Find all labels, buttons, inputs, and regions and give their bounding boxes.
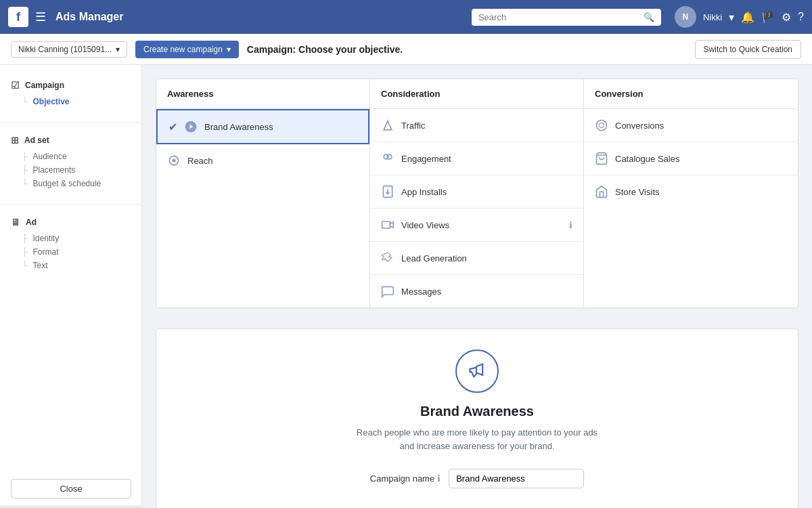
account-selector[interactable]: Nikki Canning (1015091... ▾ xyxy=(11,41,127,58)
search-bar: 🔍 xyxy=(472,9,661,26)
sidebar-ad-section: 🖥 Ad ├ Identity ├ Format └ Text xyxy=(0,213,141,272)
campaign-name-label: Campaign name ℹ xyxy=(370,473,441,484)
tree-line-icon: ├ xyxy=(22,165,28,175)
hamburger-icon[interactable]: ☰ xyxy=(35,9,46,24)
campaign-icon: ☑ xyxy=(11,80,20,91)
ad-icon: 🖥 xyxy=(11,217,20,228)
svg-rect-7 xyxy=(382,221,390,228)
info-icon[interactable]: ℹ xyxy=(569,220,572,230)
traffic-item[interactable]: Traffic xyxy=(370,109,583,142)
help-icon[interactable]: ? xyxy=(798,11,804,23)
detail-icon-circle xyxy=(455,350,499,393)
sidebar-format-item[interactable]: ├ Format xyxy=(0,245,141,259)
avatar[interactable]: N xyxy=(675,6,696,28)
nav-right: N Nikki ▾ 🔔 🏴 ⚙ ? xyxy=(675,6,804,28)
chevron-down-icon: ▾ xyxy=(116,45,120,54)
notifications-icon[interactable]: 🔔 xyxy=(741,11,754,24)
conversions-item[interactable]: Conversions xyxy=(584,109,798,142)
brand-awareness-item[interactable]: ✔ Brand Awareness xyxy=(156,109,369,144)
switch-quick-creation-button[interactable]: Switch to Quick Creation xyxy=(695,40,801,59)
store-visits-label: Store Visits xyxy=(615,187,660,197)
sidebar-placements-item[interactable]: ├ Placements xyxy=(0,163,141,177)
chevron-down-icon[interactable]: ▾ xyxy=(729,11,734,24)
sidebar-budget-item[interactable]: └ Budget & schedule xyxy=(0,177,141,190)
create-campaign-button[interactable]: Create new campaign ▾ xyxy=(135,41,239,58)
engagement-icon xyxy=(381,152,394,165)
svg-point-8 xyxy=(597,121,607,131)
sidebar-audience-item[interactable]: ├ Audience xyxy=(0,150,141,163)
search-icon: 🔍 xyxy=(644,12,654,22)
reach-item[interactable]: Reach xyxy=(156,144,369,177)
store-visits-icon xyxy=(595,185,608,198)
info-icon[interactable]: ℹ xyxy=(437,473,441,484)
sidebar-adset-section: ⊞ Ad set ├ Audience ├ Placements └ Budge… xyxy=(0,131,141,190)
subheader: Nikki Canning (1015091... ▾ Create new c… xyxy=(0,34,812,65)
messages-label: Messages xyxy=(401,287,441,297)
sidebar-audience-label: Audience xyxy=(33,152,67,161)
create-label: Create new campaign xyxy=(143,45,223,54)
detail-title: Brand Awareness xyxy=(170,404,784,419)
chevron-down-icon: ▾ xyxy=(227,45,231,54)
megaphone-icon xyxy=(468,362,487,381)
close-button[interactable]: Close xyxy=(11,479,131,499)
sidebar-format-label: Format xyxy=(33,247,59,257)
svg-point-9 xyxy=(600,123,604,128)
app-installs-icon xyxy=(381,185,394,198)
video-views-icon xyxy=(381,218,394,232)
sidebar-ad-label: Ad xyxy=(26,217,37,227)
conversions-icon xyxy=(595,119,608,132)
sidebar-campaign-item: ☑ Campaign xyxy=(0,76,141,95)
adset-icon: ⊞ xyxy=(11,135,19,146)
conversions-label: Conversions xyxy=(615,121,664,131)
selected-detail-panel: Brand Awareness Reach people who are mor… xyxy=(156,329,798,508)
messages-item[interactable]: Messages xyxy=(370,275,583,308)
catalogue-sales-icon xyxy=(595,152,608,165)
campaign-name-row: Campaign name ℹ xyxy=(170,469,784,488)
sidebar-campaign-label: Campaign xyxy=(25,81,64,90)
svg-marker-2 xyxy=(384,121,392,129)
engagement-item[interactable]: Engagement xyxy=(370,142,583,175)
lead-generation-label: Lead Generation xyxy=(401,253,467,263)
app-installs-item[interactable]: App Installs xyxy=(370,175,583,209)
sidebar-identity-item[interactable]: ├ Identity xyxy=(0,232,141,245)
sidebar-identity-label: Identity xyxy=(33,234,60,243)
video-views-label: Video Views xyxy=(401,220,449,230)
sidebar-objective-label: Objective xyxy=(33,97,70,106)
svg-point-1 xyxy=(173,159,176,163)
tree-line-icon: └ xyxy=(22,179,28,188)
campaign-title: Campaign: Choose your objective. xyxy=(247,44,687,55)
catalogue-sales-label: Catalogue Sales xyxy=(615,154,679,164)
sidebar-wrapper: ☑ Campaign └ Objective ⊞ Ad set ├ Audien… xyxy=(0,65,142,508)
tree-line-icon: ├ xyxy=(22,247,28,257)
consideration-column: Consideration Traffic Engagement xyxy=(370,79,584,308)
traffic-icon xyxy=(381,119,394,132)
detail-description: Reach people who are more likely to pay … xyxy=(348,426,606,452)
messages-icon xyxy=(381,284,394,298)
app-title: Ads Manager xyxy=(55,11,123,23)
objectives-table: Awareness ✔ Brand Awareness Reach xyxy=(156,79,798,308)
video-views-item[interactable]: Video Views ℹ xyxy=(370,209,583,242)
campaign-name-input[interactable] xyxy=(449,469,584,488)
sidebar-campaign-section: ☑ Campaign └ Objective xyxy=(0,76,141,108)
store-visits-item[interactable]: Store Visits xyxy=(584,175,798,208)
sidebar-adset-item: ⊞ Ad set xyxy=(0,131,141,150)
account-label: Nikki Canning (1015091... xyxy=(18,45,112,54)
engagement-label: Engagement xyxy=(401,154,451,164)
sidebar-text-item[interactable]: └ Text xyxy=(0,259,141,272)
sidebar-objective-item[interactable]: └ Objective xyxy=(0,95,141,108)
sidebar-adset-label: Ad set xyxy=(24,135,49,145)
username: Nikki xyxy=(703,12,722,22)
catalogue-sales-item[interactable]: Catalogue Sales xyxy=(584,142,798,175)
search-input[interactable] xyxy=(478,12,639,22)
tree-line-icon: └ xyxy=(22,97,28,106)
sidebar-budget-label: Budget & schedule xyxy=(33,179,102,188)
conversion-column: Conversion Conversions Catalogue Sa xyxy=(584,79,798,308)
flag-icon: 🏴 xyxy=(761,11,775,24)
main-content: Awareness ✔ Brand Awareness Reach xyxy=(142,65,812,508)
settings-icon[interactable]: ⚙ xyxy=(782,11,791,24)
check-icon: ✔ xyxy=(168,121,177,133)
sidebar-divider-2 xyxy=(0,204,141,205)
lead-generation-item[interactable]: Lead Generation xyxy=(370,242,583,275)
sidebar-divider-1 xyxy=(0,122,141,123)
tree-line-icon: ├ xyxy=(22,234,28,243)
